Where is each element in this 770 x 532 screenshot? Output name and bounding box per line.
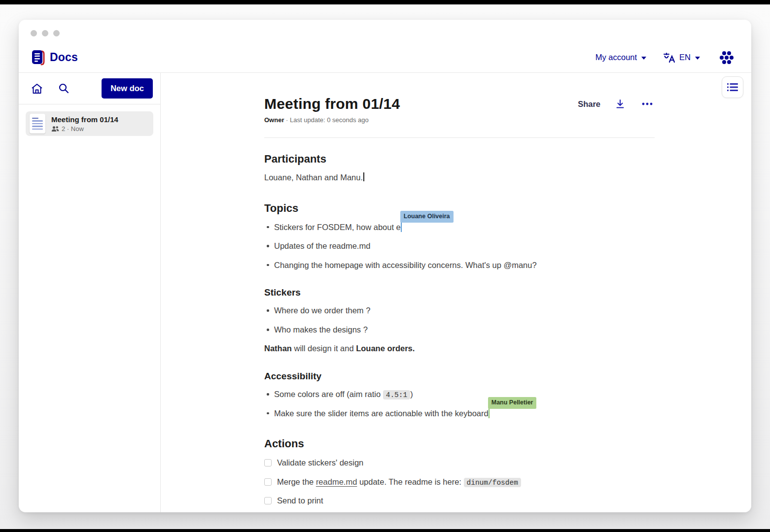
- remote-cursor-label: Manu Pelletier: [488, 397, 537, 409]
- task-item: Validate stickers' design: [264, 457, 655, 469]
- stickers-note-bold2: Louane: [356, 344, 385, 353]
- remote-caret: [401, 222, 402, 232]
- translate-icon: [663, 52, 675, 63]
- doc-item-title: Meeting from 01/14: [51, 115, 118, 124]
- stickers-note-mid: will design it and: [292, 344, 356, 353]
- app-window: Docs My account: [19, 20, 751, 512]
- task2-pre: Merge the: [277, 477, 316, 486]
- more-options-button[interactable]: [640, 100, 655, 107]
- remote-caret: [489, 408, 490, 418]
- document-editor[interactable]: Participants Louane, Nathan and Manu. To…: [264, 153, 655, 512]
- window-control-minimize[interactable]: [42, 30, 48, 36]
- search-button[interactable]: [56, 81, 71, 96]
- window-control-maximize[interactable]: [53, 30, 60, 36]
- download-icon: [615, 99, 625, 109]
- app-header: Docs My account: [19, 42, 751, 73]
- task-checkbox[interactable]: [264, 459, 272, 466]
- task-text: Send to print: [277, 495, 323, 507]
- task-checkbox[interactable]: [264, 497, 272, 504]
- document-thumbnail-icon: [30, 114, 45, 133]
- topics-list: Stickers for FOSDEM, how about eLouane O…: [264, 221, 655, 272]
- language-menu[interactable]: EN: [663, 52, 700, 63]
- remote-cursor-manu: Manu Pelletier: [489, 408, 490, 418]
- list-item: Stickers for FOSDEM, how about eLouane O…: [274, 221, 655, 234]
- remote-cursor-label: Louane Oliveira: [400, 211, 454, 223]
- task-item: Send to print: [264, 495, 655, 507]
- participants-text: Louane, Nathan and Manu.: [264, 171, 655, 184]
- share-button[interactable]: Share: [578, 100, 600, 109]
- list-item: Some colors are off (aim ratio 4.5:1): [274, 388, 655, 401]
- search-icon: [58, 83, 70, 94]
- sidebar-toolbar: New doc: [19, 73, 160, 104]
- table-of-contents-button[interactable]: [722, 76, 743, 98]
- heading-stickers: Stickers: [264, 287, 655, 298]
- doc-item-meta-text: 2 · Now: [62, 125, 84, 133]
- chevron-down-icon: [695, 57, 700, 60]
- heading-accessibility: Accessibility: [264, 371, 655, 382]
- divider: [264, 137, 655, 138]
- main-layout: New doc Meeting from 01/14: [19, 73, 751, 512]
- task-item: Merge the readme.md update. The readme i…: [264, 476, 655, 489]
- readme-link[interactable]: readme.md: [316, 477, 357, 486]
- chevron-down-icon: [641, 57, 646, 60]
- account-menu[interactable]: My account: [595, 53, 646, 62]
- screenshot-stage: Docs My account: [0, 0, 770, 532]
- docs-book-icon: [31, 49, 45, 66]
- sidebar: New doc Meeting from 01/14: [19, 73, 161, 512]
- language-label: EN: [679, 53, 691, 62]
- topics-item1-text: Stickers for FOSDEM, how about e: [274, 223, 401, 232]
- document-actions: Share: [578, 97, 655, 111]
- document-header: Meeting from 01/14 Share: [264, 96, 655, 112]
- task2-mid: update. The readme is here:: [357, 477, 463, 486]
- inline-code: 4.5:1: [383, 390, 411, 399]
- people-icon: [51, 126, 59, 132]
- heading-actions: Actions: [264, 437, 655, 450]
- home-icon: [31, 83, 43, 95]
- a11y-item1-post: ): [410, 390, 413, 399]
- list-item: Make sure the slider items are actionabl…: [274, 407, 655, 420]
- task-text: Validate stickers' design: [277, 457, 363, 469]
- home-button[interactable]: [29, 81, 45, 97]
- text-caret: [363, 172, 364, 181]
- stickers-note-bold1: Nathan: [264, 344, 292, 353]
- apps-grid-icon: [719, 50, 735, 65]
- stickers-note: Nathan will design it and Louane orders.: [264, 342, 655, 355]
- participants-text-span: Louane, Nathan and Manu.: [264, 173, 363, 182]
- a11y-item2-text: Make sure the slider items are actionabl…: [274, 409, 489, 418]
- stickers-note-end: orders.: [385, 344, 415, 353]
- download-button[interactable]: [613, 97, 627, 111]
- list-icon: [727, 83, 738, 92]
- last-update-text: · Last update: 0 seconds ago: [284, 116, 368, 124]
- stickers-list: Where do we order them ? Who makes the d…: [264, 304, 655, 336]
- apps-grid-button[interactable]: [717, 48, 736, 67]
- heading-topics: Topics: [264, 202, 655, 215]
- window-control-close[interactable]: [31, 30, 37, 36]
- page-title: Meeting from 01/14: [264, 96, 400, 112]
- app-logo[interactable]: Docs: [31, 49, 78, 66]
- accessibility-list: Some colors are off (aim ratio 4.5:1) Ma…: [264, 388, 655, 420]
- sidebar-doc-item[interactable]: Meeting from 01/14 2 · Now: [26, 111, 153, 136]
- document-column: Meeting from 01/14 Share: [264, 73, 655, 512]
- screen-top-edge: [0, 0, 770, 4]
- window-titlebar: [19, 20, 751, 42]
- remote-cursor-louane: Louane Oliveira: [401, 222, 402, 232]
- inline-code: dinum/fosdem: [464, 478, 521, 487]
- list-item: Updates of the readme.md: [274, 240, 655, 253]
- doc-item-meta: 2 · Now: [51, 125, 118, 133]
- ellipsis-icon: [642, 102, 653, 105]
- owner-meta: Owner · Last update: 0 seconds ago: [264, 116, 655, 124]
- a11y-item1-pre: Some colors are off (aim ratio: [274, 390, 383, 399]
- app-name: Docs: [50, 51, 78, 64]
- account-menu-label: My account: [595, 53, 637, 62]
- content-pane: Meeting from 01/14 Share: [161, 73, 751, 512]
- header-controls: My account EN: [595, 48, 736, 67]
- owner-label: Owner: [264, 116, 284, 124]
- list-item: Where do we order them ?: [274, 304, 655, 317]
- task-checkbox[interactable]: [264, 478, 272, 486]
- list-item: Who makes the designs ?: [274, 324, 655, 336]
- task-text: Merge the readme.md update. The readme i…: [277, 476, 521, 489]
- heading-participants: Participants: [264, 153, 655, 166]
- screen-bottom-edge: [0, 529, 770, 532]
- new-doc-button[interactable]: New doc: [102, 78, 153, 99]
- list-item: Changing the homepage with accessibility…: [274, 259, 655, 272]
